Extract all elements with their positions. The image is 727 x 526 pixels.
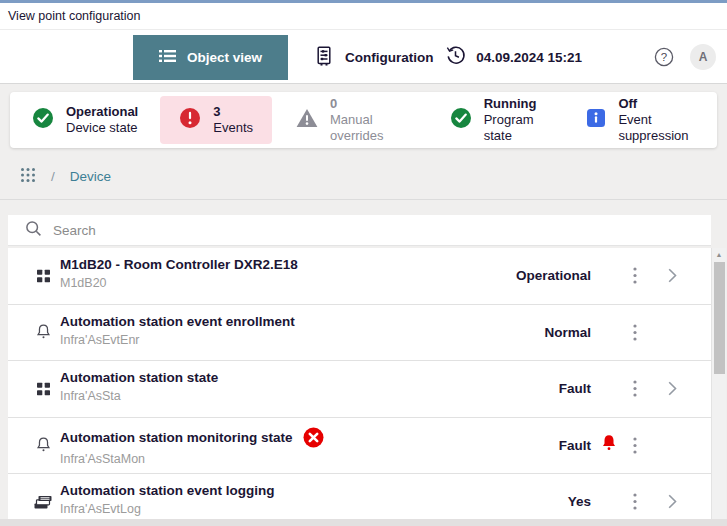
tab-configuration-label: Configuration bbox=[345, 50, 433, 65]
svg-text:?: ? bbox=[661, 51, 667, 63]
row-text: Automation station event enrollment Infr… bbox=[60, 314, 295, 347]
help-icon[interactable]: ? bbox=[654, 47, 674, 67]
history-clock-icon bbox=[445, 45, 466, 70]
status-manual-overrides: 0 Manual overrides bbox=[296, 96, 422, 144]
kebab-menu-icon[interactable] bbox=[627, 267, 643, 284]
app-squares-icon bbox=[32, 269, 54, 282]
avatar-initial: A bbox=[699, 50, 708, 64]
breadcrumb-separator: / bbox=[51, 169, 55, 184]
breadcrumb: / Device bbox=[20, 162, 111, 190]
manual-overrides-label: Manual overrides bbox=[330, 112, 422, 144]
header: Object view Configuration bbox=[0, 30, 727, 84]
row-subtitle: M1dB20 bbox=[60, 276, 298, 290]
check-circle-icon bbox=[32, 107, 54, 133]
grid-icon[interactable] bbox=[20, 167, 36, 186]
events-label: Events bbox=[213, 120, 253, 136]
row-title: M1dB20 - Room Controller DXR2.E18 bbox=[60, 257, 298, 272]
list-item-station-state[interactable]: Automation station state Infra'AsSta Fau… bbox=[8, 361, 711, 418]
scrollbar-thumb[interactable] bbox=[714, 262, 725, 374]
tab-object-view-label: Object view bbox=[187, 50, 262, 65]
page-title: View point configuration bbox=[8, 9, 141, 23]
scroll-up-icon[interactable]: ▲ bbox=[712, 251, 726, 258]
list-item-event-enrollment[interactable]: Automation station event enrollment Infr… bbox=[8, 305, 711, 362]
divider bbox=[0, 199, 727, 200]
status-event-suppression: Off Event suppression bbox=[586, 96, 717, 144]
list-icon bbox=[159, 49, 176, 66]
check-circle-icon bbox=[450, 107, 472, 133]
status-badge: Yes bbox=[568, 494, 591, 509]
list-item-monitoring-state[interactable]: Automation station monitoring state Infr… bbox=[8, 418, 711, 475]
device-sliders-icon bbox=[314, 46, 334, 69]
status-badge: Normal bbox=[544, 325, 591, 340]
row-subtitle: Infra'AsStaMon bbox=[60, 452, 324, 466]
error-circle-icon bbox=[303, 427, 324, 448]
breadcrumb-device[interactable]: Device bbox=[70, 169, 111, 184]
row-right: Normal bbox=[544, 305, 677, 361]
events-count: 3 bbox=[213, 104, 253, 120]
kebab-menu-icon[interactable] bbox=[627, 380, 643, 397]
row-title: Automation station state bbox=[60, 370, 218, 385]
event-suppression-value: Off bbox=[618, 96, 717, 112]
kebab-menu-icon[interactable] bbox=[627, 493, 643, 510]
list-item-room-controller[interactable]: M1dB20 - Room Controller DXR2.E18 M1dB20… bbox=[8, 248, 711, 305]
tab-bar: Object view Configuration bbox=[133, 35, 460, 80]
row-right: Operational bbox=[516, 248, 677, 304]
event-suppression-label: Event suppression bbox=[618, 112, 717, 144]
search-icon bbox=[25, 220, 42, 241]
row-subtitle: Infra'AsSta bbox=[60, 389, 218, 403]
row-right: Fault bbox=[559, 361, 677, 417]
tab-object-view[interactable]: Object view bbox=[133, 35, 288, 80]
device-state-label: Device state bbox=[66, 120, 138, 136]
row-text: Automation station state Infra'AsSta bbox=[60, 370, 218, 403]
status-badge: Operational bbox=[516, 268, 591, 283]
status-summary-card: Operational Device state 3 Events 0 Manu… bbox=[10, 92, 717, 148]
kebab-menu-icon[interactable] bbox=[627, 324, 643, 341]
status-badge: Fault bbox=[559, 438, 591, 453]
row-text: Automation station event logging Infra'A… bbox=[60, 483, 275, 516]
row-text: Automation station monitoring state Infr… bbox=[60, 427, 324, 466]
program-state-label: Program state bbox=[484, 112, 559, 144]
info-square-icon bbox=[586, 108, 606, 132]
device-state-value: Operational bbox=[66, 104, 138, 120]
event-log-icon bbox=[32, 494, 54, 510]
program-state-value: Running bbox=[484, 96, 559, 112]
row-subtitle: Infra'AsEvtEnr bbox=[60, 333, 295, 347]
row-right: Fault bbox=[559, 418, 677, 474]
alert-circle-icon bbox=[179, 107, 201, 133]
avatar[interactable]: A bbox=[690, 44, 716, 70]
bell-slot bbox=[591, 433, 627, 457]
title-bar: View point configuration bbox=[0, 3, 727, 30]
row-title: Automation station event enrollment bbox=[60, 314, 295, 329]
row-title: Automation station monitoring state bbox=[60, 430, 293, 445]
list-item-event-logging[interactable]: Automation station event logging Infra'A… bbox=[8, 474, 711, 519]
header-right: 04.09.2024 15:21 ? A bbox=[445, 30, 716, 84]
status-events[interactable]: 3 Events bbox=[160, 96, 272, 144]
timestamp: 04.09.2024 15:21 bbox=[476, 50, 582, 65]
timestamp-group[interactable]: 04.09.2024 15:21 bbox=[445, 45, 582, 70]
app-squares-icon bbox=[32, 382, 54, 395]
bell-icon bbox=[32, 436, 54, 455]
tab-configuration[interactable]: Configuration bbox=[288, 35, 459, 80]
kebab-menu-icon[interactable] bbox=[627, 437, 643, 454]
row-title: Automation station event logging bbox=[60, 483, 275, 498]
point-list: M1dB20 - Room Controller DXR2.E18 M1dB20… bbox=[8, 248, 711, 519]
row-right: Yes bbox=[568, 474, 677, 519]
row-text: M1dB20 - Room Controller DXR2.E18 M1dB20 bbox=[60, 257, 298, 290]
status-device-state: Operational Device state bbox=[32, 104, 138, 136]
manual-overrides-count: 0 bbox=[330, 96, 422, 112]
chevron-right-icon[interactable] bbox=[668, 268, 677, 283]
chevron-right-icon[interactable] bbox=[668, 494, 677, 509]
chevron-right-icon[interactable] bbox=[668, 381, 677, 396]
warning-triangle-icon bbox=[296, 108, 318, 132]
horizontal-scrollbar-track bbox=[0, 519, 727, 526]
vertical-scrollbar[interactable]: ▲ bbox=[711, 248, 726, 519]
status-program-state: Running Program state bbox=[450, 96, 559, 144]
row-subtitle: Infra'AsEvtLog bbox=[60, 502, 275, 516]
status-badge: Fault bbox=[559, 381, 591, 396]
search-bar bbox=[8, 215, 711, 246]
alarm-bell-icon bbox=[599, 433, 619, 457]
search-input[interactable] bbox=[53, 223, 711, 238]
bell-icon bbox=[32, 323, 54, 342]
